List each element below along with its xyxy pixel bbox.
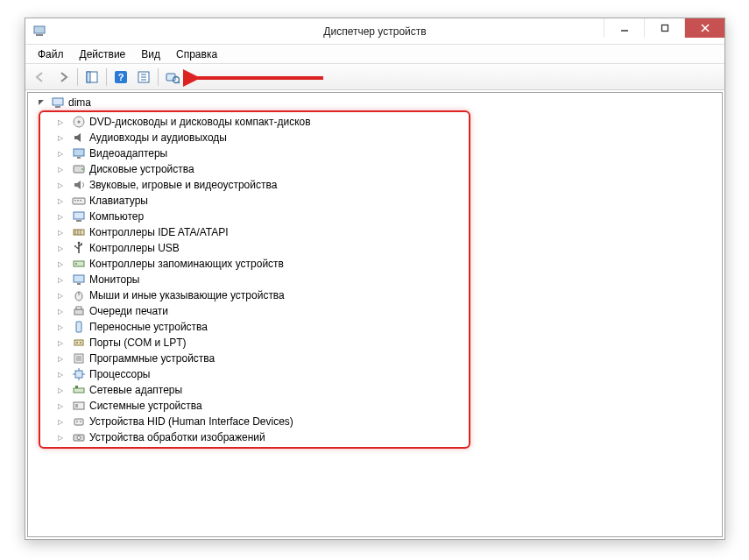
tree-category[interactable]: ▷Устройства обработки изображений <box>42 429 311 445</box>
imaging-device-icon <box>72 430 86 444</box>
menu-help[interactable]: Справка <box>169 46 224 62</box>
expand-icon[interactable]: ▷ <box>58 276 67 284</box>
menu-view[interactable]: Вид <box>134 46 167 62</box>
expand-icon[interactable]: ▷ <box>58 308 67 315</box>
expand-icon[interactable]: ▷ <box>58 166 67 174</box>
expand-icon[interactable]: ▷ <box>58 134 67 142</box>
device-categories-group: ▷DVD-дисководы и дисководы компакт-диско… <box>39 110 470 449</box>
scan-hardware-button[interactable] <box>162 67 183 88</box>
tree-item-label: DVD-дисководы и дисководы компакт-дисков <box>89 116 311 128</box>
expand-icon[interactable]: ▷ <box>58 213 67 221</box>
nav-forward-button[interactable] <box>53 67 74 88</box>
minimize-button[interactable] <box>604 18 644 38</box>
svg-rect-62 <box>74 419 83 425</box>
svg-point-64 <box>80 421 81 422</box>
hid-device-icon <box>72 415 86 429</box>
tree-category[interactable]: ▷Мыши и иные указывающие устройства <box>42 287 311 303</box>
disk-drive-icon <box>72 162 86 176</box>
expand-icon[interactable]: ▷ <box>58 181 67 189</box>
svg-point-21 <box>78 121 81 124</box>
tree-category[interactable]: ▷Контроллеры запоминающих устройств <box>42 256 311 272</box>
tree-category[interactable]: ▷Контроллеры USB <box>42 240 311 256</box>
tree-category[interactable]: ▷Процессоры <box>42 366 311 382</box>
expand-icon[interactable]: ▷ <box>58 118 67 126</box>
tree-category[interactable]: ▷Мониторы <box>42 272 311 287</box>
print-queue-icon <box>72 304 86 318</box>
expand-icon[interactable]: ▷ <box>58 339 67 347</box>
svg-point-63 <box>76 421 78 422</box>
svg-rect-7 <box>87 72 90 82</box>
tree-item-label: Мыши и иные указывающие устройства <box>89 289 285 301</box>
properties-button[interactable] <box>133 67 154 88</box>
expand-icon[interactable]: ▷ <box>58 355 67 363</box>
tree-category[interactable]: ▷Переносные устройства <box>42 319 311 335</box>
svg-rect-52 <box>76 356 81 361</box>
tree-category[interactable]: ▷Системные устройства <box>42 398 311 414</box>
svg-rect-22 <box>74 149 84 156</box>
mouse-icon <box>72 288 86 302</box>
expand-icon[interactable]: ▷ <box>58 434 67 442</box>
expand-icon[interactable]: ▷ <box>58 150 67 158</box>
tree-category[interactable]: ▷Контроллеры IDE ATA/ATAPI <box>42 224 311 240</box>
window-buttons <box>604 18 724 38</box>
svg-rect-27 <box>74 200 76 202</box>
svg-rect-39 <box>74 261 84 266</box>
toolbar-separator <box>77 68 78 86</box>
portable-device-icon <box>72 320 86 334</box>
collapse-icon[interactable] <box>37 98 46 107</box>
expand-icon[interactable]: ▷ <box>58 260 67 268</box>
menu-action[interactable]: Действие <box>73 46 133 62</box>
svg-rect-60 <box>74 402 84 409</box>
tree-category[interactable]: ▷Аудиовходы и аудиовыходы <box>42 130 311 145</box>
expand-icon[interactable]: ▷ <box>58 386 67 394</box>
display-adapter-icon <box>72 146 86 160</box>
dvd-drive-icon <box>72 115 86 129</box>
tree-category[interactable]: ▷Очереди печати <box>42 303 311 319</box>
tree-category[interactable]: ▷Устройства HID (Human Interface Devices… <box>42 414 311 429</box>
network-adapter-icon <box>72 383 86 397</box>
tree-category[interactable]: ▷Клавиатуры <box>42 193 311 209</box>
show-hide-tree-button[interactable] <box>81 67 102 88</box>
nav-back-button[interactable] <box>30 67 51 88</box>
tree-item-label: Видеоадаптеры <box>89 147 167 159</box>
tree-category[interactable]: ▷Программные устройства <box>42 351 311 366</box>
expand-icon[interactable]: ▷ <box>58 245 67 252</box>
expand-icon[interactable]: ▷ <box>58 229 67 237</box>
menu-file[interactable]: Файл <box>31 46 71 62</box>
usb-controller-icon <box>72 241 86 255</box>
computer-icon <box>51 96 65 110</box>
svg-rect-28 <box>77 200 79 202</box>
toolbar-separator <box>158 68 159 86</box>
tree-item-label: Аудиовходы и аудиовыходы <box>89 131 227 144</box>
tree-root-node[interactable]: dima <box>28 95 722 110</box>
tree-item-label: Порты (COM и LPT) <box>89 337 187 349</box>
tree-category[interactable]: ▷Звуковые, игровые и видеоустройства <box>42 177 311 193</box>
help-button[interactable]: ? <box>110 67 131 88</box>
toolbar: ? <box>25 64 724 90</box>
tree-item-label: Клавиатуры <box>89 195 148 207</box>
expand-icon[interactable]: ▷ <box>58 418 67 426</box>
expand-icon[interactable]: ▷ <box>58 323 67 331</box>
device-manager-window: Диспетчер устройств Файл Действие Вид Сп… <box>25 18 725 540</box>
expand-icon[interactable]: ▷ <box>58 371 67 379</box>
svg-rect-53 <box>75 371 82 378</box>
expand-icon[interactable]: ▷ <box>58 402 67 410</box>
tree-category[interactable]: ▷Дисковые устройства <box>42 161 311 177</box>
tree-item-label: Дисковые устройства <box>89 163 194 175</box>
tree-category[interactable]: ▷Порты (COM и LPT) <box>42 335 311 351</box>
close-button[interactable] <box>684 18 724 38</box>
tree-category[interactable]: ▷Компьютер <box>42 209 311 224</box>
tree-category[interactable]: ▷Видеоадаптеры <box>42 145 311 161</box>
expand-icon[interactable]: ▷ <box>58 292 67 300</box>
svg-rect-1 <box>36 34 43 36</box>
device-tree-pane[interactable]: dima ▷DVD-дисководы и дисководы компакт-… <box>27 92 723 537</box>
svg-rect-29 <box>80 200 81 202</box>
tree-category[interactable]: ▷Сетевые адаптеры <box>42 382 311 398</box>
tree-category[interactable]: ▷DVD-дисководы и дисководы компакт-диско… <box>42 114 311 130</box>
svg-line-16 <box>178 82 180 83</box>
tree-item-label: Процессоры <box>89 368 151 380</box>
svg-point-36 <box>78 242 81 245</box>
tree-item-label: Мониторы <box>89 273 139 286</box>
expand-icon[interactable]: ▷ <box>58 197 67 205</box>
maximize-button[interactable] <box>644 18 684 38</box>
